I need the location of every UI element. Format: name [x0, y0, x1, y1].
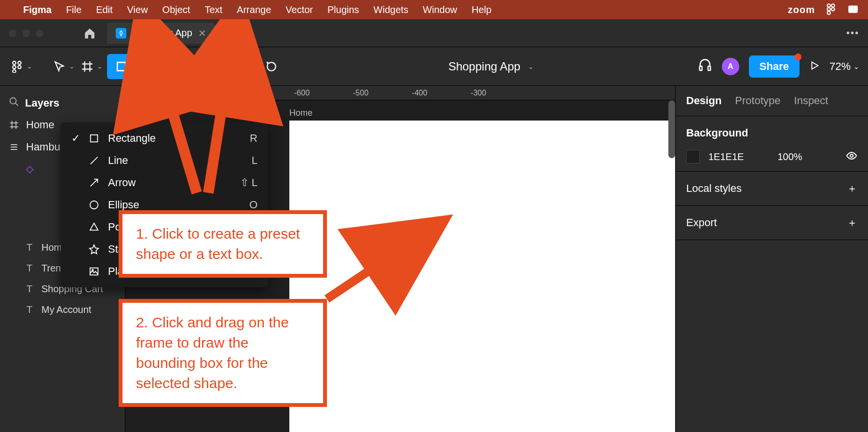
- text-tool[interactable]: [176, 54, 201, 79]
- layers-tab[interactable]: Layers: [25, 97, 59, 109]
- menu-widgets[interactable]: Widgets: [374, 4, 408, 15]
- svg-rect-11: [117, 62, 125, 70]
- menu-view[interactable]: View: [127, 4, 148, 15]
- component-icon: ◇: [24, 163, 35, 175]
- ellipse-icon: [88, 200, 100, 210]
- export-section[interactable]: Export ＋: [676, 206, 868, 240]
- ruler-tick: -300: [471, 89, 486, 97]
- ruler-tick: -600: [294, 89, 310, 97]
- figma-menubar-icon[interactable]: [825, 2, 837, 17]
- svg-rect-12: [211, 62, 215, 66]
- background-hex[interactable]: 1E1E1E: [708, 151, 744, 162]
- zoom-level[interactable]: 72%⌄: [829, 60, 859, 73]
- rectangle-icon: [88, 133, 100, 144]
- svg-point-0: [827, 4, 830, 7]
- present-icon[interactable]: [809, 60, 820, 73]
- menu-object[interactable]: Object: [163, 4, 190, 15]
- shape-tool[interactable]: ⌄: [107, 54, 145, 79]
- frame-home[interactable]: [289, 121, 675, 432]
- frame-icon: [9, 120, 19, 130]
- window-titlebar: Shopping App ✕ ＋ •••: [0, 19, 868, 47]
- toolbar: ⌄ ⌄ ⌄ ⌄ ⌄ Shopping App: [0, 47, 868, 86]
- svg-point-1: [831, 4, 835, 7]
- page-dropdown-icon[interactable]: ⌄: [528, 63, 534, 70]
- text-layer-icon: T: [24, 284, 35, 295]
- menu-edit[interactable]: Edit: [96, 4, 112, 15]
- window-overflow-icon[interactable]: •••: [846, 27, 859, 39]
- menu-file[interactable]: File: [66, 4, 81, 15]
- layer-text-account[interactable]: TMy Account: [0, 299, 125, 320]
- background-row[interactable]: 1E1E1E 100%: [676, 142, 868, 171]
- ruler-tick: -500: [353, 89, 368, 97]
- add-style-icon[interactable]: ＋: [847, 181, 857, 196]
- background-opacity[interactable]: 100%: [777, 151, 802, 162]
- tab-prototype[interactable]: Prototype: [735, 94, 780, 107]
- ruler: -600 -500 -400 -300: [125, 86, 675, 100]
- check-icon: ✓: [71, 132, 80, 145]
- resources-tool[interactable]: [203, 54, 229, 79]
- svg-point-6: [13, 61, 15, 65]
- scrollbar[interactable]: [668, 100, 675, 158]
- menu-arrange[interactable]: Arrange: [237, 4, 271, 15]
- new-tab-button[interactable]: ＋: [221, 26, 242, 41]
- menu-plugins[interactable]: Plugins: [327, 4, 359, 15]
- menu-vector[interactable]: Vector: [285, 4, 313, 15]
- menu-item-line[interactable]: LineL: [61, 149, 268, 172]
- svg-point-7: [18, 61, 21, 65]
- menu-item-rectangle[interactable]: ✓RectangleR: [61, 127, 268, 149]
- star-icon: [88, 244, 100, 255]
- main-menu-button[interactable]: ⌄: [9, 54, 34, 79]
- tab-inspect[interactable]: Inspect: [794, 94, 828, 107]
- hand-tool[interactable]: [231, 54, 257, 79]
- move-tool[interactable]: ⌄: [51, 54, 76, 79]
- visibility-icon[interactable]: [846, 150, 857, 163]
- color-swatch[interactable]: [686, 150, 700, 163]
- notification-dot-icon: [795, 54, 801, 60]
- avatar[interactable]: A: [722, 58, 739, 75]
- home-tab[interactable]: [78, 25, 101, 42]
- polygon-icon: [88, 222, 100, 232]
- menu-label: Arrow: [108, 176, 232, 189]
- annotation-callout-1: 1. Click to create a preset shape or a t…: [119, 210, 327, 278]
- svg-rect-16: [708, 66, 710, 70]
- menu-shortcut: L: [252, 154, 258, 167]
- menubar-app[interactable]: Figma: [23, 4, 52, 15]
- tab-design[interactable]: Design: [686, 94, 721, 107]
- frame-label[interactable]: Home: [289, 108, 312, 118]
- svg-point-4: [827, 11, 830, 14]
- zoom-menubar-icon[interactable]: zoom: [788, 4, 815, 15]
- svg-point-2: [827, 7, 830, 11]
- audio-icon[interactable]: [698, 58, 712, 75]
- share-button[interactable]: Share: [749, 55, 800, 78]
- traffic-lights[interactable]: [9, 29, 43, 37]
- text-layer-icon: T: [24, 304, 35, 315]
- menu-text[interactable]: Text: [204, 4, 222, 15]
- svg-point-18: [850, 154, 853, 157]
- svg-point-20: [90, 201, 98, 209]
- menu-shortcut: ⇧ L: [240, 176, 258, 189]
- svg-point-9: [18, 65, 21, 68]
- local-styles-section[interactable]: Local styles ＋: [676, 172, 868, 206]
- close-tab-icon[interactable]: ✕: [198, 27, 206, 39]
- hamburger-icon: [9, 142, 19, 152]
- search-icon[interactable]: [9, 96, 19, 110]
- file-tab[interactable]: Shopping App ✕: [107, 23, 215, 44]
- svg-rect-15: [700, 66, 702, 70]
- menu-help[interactable]: Help: [472, 4, 491, 15]
- page-title[interactable]: Shopping App: [448, 60, 520, 73]
- frame-tool[interactable]: ⌄: [79, 54, 104, 79]
- svg-rect-19: [91, 135, 98, 142]
- menu-label: Line: [108, 154, 244, 167]
- menu-window[interactable]: Window: [423, 4, 457, 15]
- menu-item-arrow[interactable]: Arrow⇧ L: [61, 172, 268, 194]
- svg-point-10: [13, 69, 15, 73]
- add-export-icon[interactable]: ＋: [847, 216, 857, 230]
- menubar-extra-icon[interactable]: [847, 2, 859, 17]
- text-layer-icon: T: [24, 242, 35, 253]
- tab-title: Shopping App: [132, 27, 192, 39]
- layer-label: Home: [26, 119, 54, 131]
- menu-shortcut: R: [250, 132, 258, 145]
- comment-tool[interactable]: [259, 54, 285, 79]
- pen-tool[interactable]: ⌄: [148, 54, 173, 79]
- svg-point-17: [10, 98, 16, 104]
